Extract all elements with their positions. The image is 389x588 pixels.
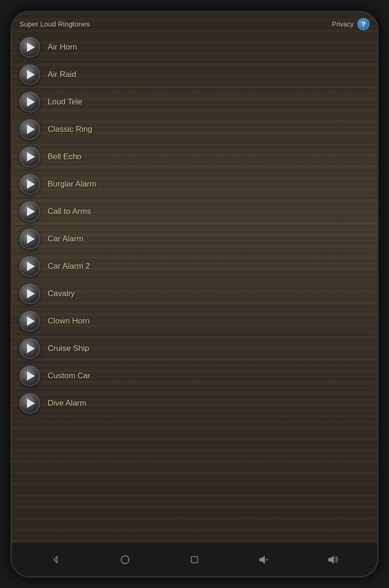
play-icon	[27, 316, 35, 326]
play-icon	[27, 289, 35, 298]
play-button[interactable]	[19, 229, 40, 249]
play-button[interactable]	[19, 338, 40, 359]
ringtone-name: Bell Echo	[48, 152, 82, 162]
play-button[interactable]	[19, 64, 40, 85]
ringtone-name: Loud Tele	[48, 97, 82, 107]
ringtone-name: Dive Alarm	[48, 399, 86, 408]
ringtone-item[interactable]: Loud Tele	[16, 89, 373, 116]
play-button[interactable]	[19, 37, 40, 58]
play-button[interactable]	[19, 256, 40, 277]
ringtone-item[interactable]: Classic Ring	[16, 116, 373, 144]
navigation-bar	[12, 543, 377, 576]
play-icon	[27, 179, 35, 189]
ringtone-name: Car Alarm 2	[48, 262, 90, 271]
ringtone-item[interactable]: Call to Arms	[16, 198, 373, 226]
play-icon	[27, 262, 35, 271]
ringtone-item[interactable]: Car Alarm	[16, 226, 373, 253]
svg-marker-3	[260, 556, 265, 563]
app-screen: Super Loud Ringtones Privacy ? Air HornA…	[12, 12, 377, 543]
play-button[interactable]	[19, 174, 40, 195]
svg-rect-2	[191, 556, 197, 562]
ringtone-item[interactable]: Burglar Alarm	[16, 171, 373, 198]
ringtone-list: Air HornAir RaidLoud TeleClassic RingBel…	[12, 34, 377, 543]
play-button[interactable]	[19, 201, 40, 222]
recents-button[interactable]	[186, 551, 203, 568]
home-button[interactable]	[117, 551, 134, 568]
privacy-link[interactable]: Privacy	[332, 20, 354, 28]
play-icon	[27, 43, 35, 52]
ringtone-name: Cruise Ship	[48, 344, 89, 353]
play-button[interactable]	[19, 92, 40, 112]
volume-down-button[interactable]	[255, 551, 272, 568]
ringtone-name: Burglar Alarm	[48, 179, 96, 189]
play-button[interactable]	[19, 119, 40, 140]
play-button[interactable]	[19, 393, 40, 414]
ringtone-item[interactable]: Bell Echo	[16, 144, 373, 171]
ringtone-name: Custom Car	[48, 371, 91, 381]
play-button[interactable]	[19, 146, 40, 167]
help-icon[interactable]: ?	[357, 18, 370, 30]
play-icon	[27, 70, 35, 79]
play-icon	[27, 344, 35, 353]
svg-marker-0	[54, 556, 57, 562]
ringtone-name: Classic Ring	[48, 125, 92, 134]
play-icon	[27, 207, 35, 216]
app-header: Super Loud Ringtones Privacy ?	[12, 12, 377, 34]
ringtone-name: Cavalry	[48, 289, 75, 298]
ringtone-item[interactable]: Cavalry	[16, 281, 373, 308]
ringtone-item[interactable]: Cruise Ship	[16, 335, 373, 363]
play-button[interactable]	[19, 366, 40, 386]
ringtone-name: Call to Arms	[48, 207, 91, 216]
ringtone-name: Air Raid	[48, 70, 76, 79]
play-icon	[27, 399, 35, 408]
app-content: Super Loud Ringtones Privacy ? Air HornA…	[12, 12, 377, 543]
svg-point-1	[121, 555, 129, 563]
svg-marker-6	[329, 556, 334, 563]
ringtone-name: Air Horn	[48, 43, 77, 52]
ringtone-item[interactable]: Custom Car	[16, 363, 373, 390]
play-icon	[27, 371, 35, 381]
play-icon	[27, 97, 35, 107]
play-icon	[27, 125, 35, 134]
ringtone-item[interactable]: Clown Horn	[16, 308, 373, 335]
ringtone-name: Clown Horn	[48, 316, 90, 326]
back-button[interactable]	[47, 551, 64, 568]
device-frame: Super Loud Ringtones Privacy ? Air HornA…	[10, 11, 379, 578]
ringtone-item[interactable]: Dive Alarm	[16, 390, 373, 418]
ringtone-name: Car Alarm	[48, 234, 84, 244]
play-icon	[27, 234, 35, 244]
ringtone-item[interactable]: Air Raid	[16, 61, 373, 89]
app-title: Super Loud Ringtones	[19, 20, 90, 28]
volume-up-button[interactable]	[325, 551, 342, 568]
play-icon	[27, 152, 35, 162]
play-button[interactable]	[19, 283, 40, 304]
play-button[interactable]	[19, 311, 40, 332]
ringtone-item[interactable]: Air Horn	[16, 34, 373, 61]
header-right: Privacy ?	[332, 18, 370, 30]
ringtone-item[interactable]: Car Alarm 2	[16, 253, 373, 281]
